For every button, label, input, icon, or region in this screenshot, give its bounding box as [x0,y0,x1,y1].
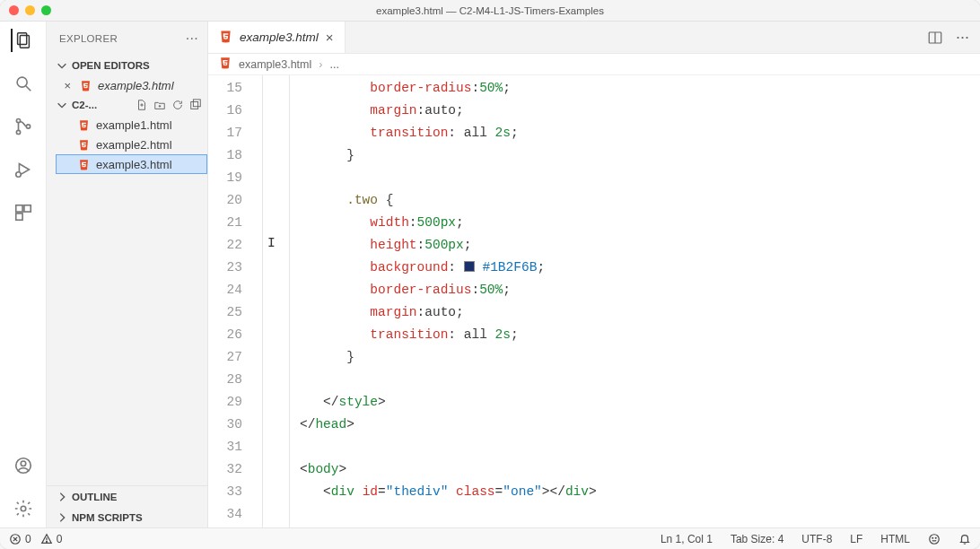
svg-point-23 [46,541,47,542]
language-mode[interactable]: HTML [880,533,910,545]
vscode-window: example3.html — C2-M4-L1-JS-Timers-Examp… [0,0,980,549]
account-icon[interactable] [12,454,35,477]
run-debug-icon[interactable] [12,158,35,181]
chevron-down-icon [56,59,68,72]
breadcrumb[interactable]: example3.html › ... [208,54,980,75]
settings-gear-icon[interactable] [12,497,35,520]
svg-rect-10 [23,205,30,212]
explorer-title: EXPLORER [59,33,118,44]
close-window-button[interactable] [9,5,19,15]
svg-point-8 [15,172,21,178]
folder-name: C2-... [72,100,97,110]
warning-icon [40,533,53,545]
editor-area: example3.html × ··· example3.html › ... … [208,22,980,527]
error-count: 0 [25,533,31,545]
status-bar: 0 0 Ln 1, Col 1 Tab Size: 4 UTF-8 LF HTM… [0,527,980,549]
open-editors-label: OPEN EDITORS [72,60,150,71]
open-editors-section[interactable]: OPEN EDITORS [56,56,207,75]
line-numbers-gutter: 1516171819202122232425262728293031323334 [208,75,258,527]
code-editor[interactable]: 1516171819202122232425262728293031323334… [208,75,980,527]
svg-point-14 [21,506,26,511]
svg-line-3 [25,86,31,92]
explorer-sidebar: EXPLORER ··· OPEN EDITORS × example3.htm… [47,22,208,527]
npm-scripts-label: NPM SCRIPTS [72,512,143,523]
problems-status[interactable]: 0 0 [9,533,62,545]
chevron-right-icon [56,491,68,503]
tab-strip: example3.html × ··· [208,22,980,54]
main-area: EXPLORER ··· OPEN EDITORS × example3.htm… [0,22,980,527]
tab-title: example3.html [240,30,319,44]
svg-rect-15 [191,102,198,109]
svg-rect-0 [17,33,26,45]
svg-rect-9 [15,205,22,212]
activity-bar [0,22,47,527]
minimize-window-button[interactable] [25,5,35,15]
html-file-icon [77,118,91,132]
svg-point-5 [16,130,20,134]
close-editor-icon[interactable]: × [61,79,74,92]
extensions-icon[interactable] [12,201,35,224]
window-title: example3.html — C2-M4-L1-JS-Timers-Examp… [0,5,980,16]
file-item[interactable]: example3.html [56,154,207,174]
source-control-icon[interactable] [12,115,35,138]
warning-count: 0 [57,533,63,545]
editor-tab[interactable]: example3.html × [208,22,346,53]
eol[interactable]: LF [850,533,862,545]
folder-section[interactable]: C2-... [56,95,207,115]
refresh-icon[interactable] [171,99,184,111]
close-tab-icon[interactable]: × [326,30,334,45]
code-content[interactable]: border-radius:50%; margin:auto; transiti… [300,75,980,527]
outline-label: OUTLINE [72,492,117,502]
split-editor-icon[interactable] [927,30,943,46]
svg-point-4 [16,118,20,122]
explorer-icon[interactable] [11,29,34,52]
chevron-right-icon [56,511,68,524]
text-cursor: I [267,235,276,249]
svg-point-24 [930,534,940,544]
explorer-header: EXPLORER ··· [47,22,207,56]
new-folder-icon[interactable] [153,99,166,111]
traffic-lights [0,5,51,15]
open-editor-name: example3.html [98,79,174,92]
html-file-icon [77,158,91,171]
html-file-icon [79,79,92,92]
html-file-icon [219,57,232,72]
explorer-more-icon[interactable]: ··· [186,30,198,47]
file-name: example3.html [96,158,172,171]
html-file-icon [219,30,232,46]
html-file-icon [77,138,91,152]
svg-point-2 [17,77,27,87]
collapse-all-icon[interactable] [189,99,202,111]
outline-section[interactable]: OUTLINE [47,486,207,507]
file-item[interactable]: example1.html [56,115,207,135]
error-icon [9,533,22,545]
editor-more-icon[interactable]: ··· [956,28,969,47]
file-name: example1.html [96,118,172,132]
chevron-down-icon [56,99,68,111]
svg-rect-16 [193,100,200,107]
svg-point-13 [21,461,26,466]
npm-scripts-section[interactable]: NPM SCRIPTS [47,507,207,527]
encoding[interactable]: UTF-8 [801,533,832,545]
cursor-position[interactable]: Ln 1, Col 1 [661,533,713,545]
svg-rect-11 [15,214,22,220]
tab-size[interactable]: Tab Size: 4 [731,533,783,545]
new-file-icon[interactable] [136,99,148,111]
svg-point-25 [932,537,933,538]
editor-actions: ··· [927,22,980,53]
svg-rect-1 [20,36,29,48]
svg-point-26 [935,537,936,538]
open-editor-item[interactable]: × example3.html [56,75,207,95]
titlebar: example3.html — C2-M4-L1-JS-Timers-Examp… [0,0,980,22]
indent-guides: I [262,75,300,527]
svg-point-6 [26,125,30,128]
feedback-icon[interactable] [928,533,941,545]
notifications-icon[interactable] [958,533,971,545]
file-name: example2.html [96,138,172,152]
zoom-window-button[interactable] [41,5,51,15]
folder-actions [136,99,202,111]
search-icon[interactable] [12,72,35,95]
file-item[interactable]: example2.html [56,135,207,154]
breadcrumb-file: example3.html [239,58,311,71]
breadcrumb-separator: › [319,58,322,71]
